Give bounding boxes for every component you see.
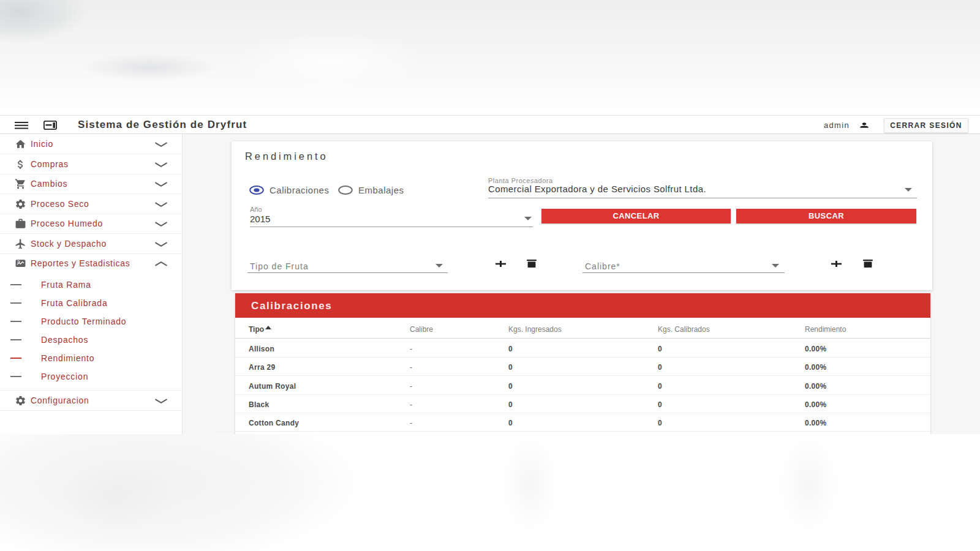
svg-text:2k: 2k — [17, 260, 21, 263]
